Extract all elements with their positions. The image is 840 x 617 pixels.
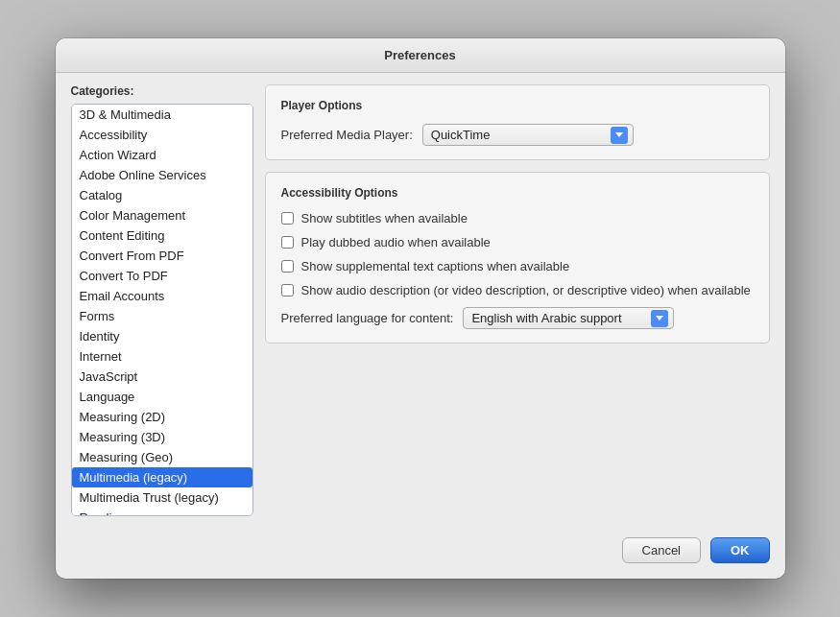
sidebar-item-multimedia-trust-legacy[interactable]: Multimedia Trust (legacy) — [72, 487, 252, 508]
ok-button[interactable]: OK — [710, 537, 770, 563]
sidebar-item-convert-from-pdf[interactable]: Convert From PDF — [72, 246, 252, 266]
checkbox-row-show-captions: Show supplemental text captions when ava… — [281, 259, 754, 273]
sidebar-item-measuring-2d[interactable]: Measuring (2D) — [72, 407, 252, 427]
sidebar-item-forms[interactable]: Forms — [72, 306, 252, 326]
accessibility-options-section: Accessibility Options Show subtitles whe… — [265, 172, 770, 344]
sidebar-item-measuring-geo[interactable]: Measuring (Geo) — [72, 447, 252, 467]
checkbox-show-audio-desc[interactable] — [281, 284, 294, 297]
checkbox-label-show-captions: Show supplemental text captions when ava… — [301, 259, 570, 273]
lang-select[interactable]: English with Arabic supportEnglishFrench… — [463, 307, 674, 329]
sidebar-item-catalog[interactable]: Catalog — [72, 185, 252, 205]
checkbox-label-show-audio-desc: Show audio description (or video descrip… — [301, 283, 751, 297]
media-player-select[interactable]: QuickTimeWindows Media PlayerDefault — [422, 124, 634, 146]
checkbox-show-captions[interactable] — [281, 260, 294, 273]
checkbox-play-dubbed[interactable] — [281, 236, 294, 249]
media-player-select-wrapper: QuickTimeWindows Media PlayerDefault — [422, 124, 634, 146]
sidebar-item-reading[interactable]: Reading — [72, 508, 252, 516]
preferred-lang-label: Preferred language for content: — [281, 311, 454, 325]
main-panel: Player Options Preferred Media Player: Q… — [265, 84, 770, 516]
player-options-title: Player Options — [281, 99, 754, 112]
checkbox-show-subtitles[interactable] — [281, 212, 294, 225]
sidebar-item-content-editing[interactable]: Content Editing — [72, 225, 252, 246]
sidebar-item-accessibility[interactable]: Accessibility — [72, 125, 252, 145]
sidebar-item-email-accounts[interactable]: Email Accounts — [72, 286, 252, 306]
preferred-media-player-label: Preferred Media Player: — [281, 128, 413, 142]
sidebar-item-color-management[interactable]: Color Management — [72, 205, 252, 225]
accessibility-options-title: Accessibility Options — [281, 186, 754, 200]
sidebar-item-javascript[interactable]: JavaScript — [72, 367, 252, 387]
sidebar-item-language[interactable]: Language — [72, 387, 252, 407]
dialog-body: Categories: 3D & MultimediaAccessibility… — [56, 73, 785, 528]
lang-select-wrapper: English with Arabic supportEnglishFrench… — [463, 307, 674, 329]
sidebar-item-adobe-online-services[interactable]: Adobe Online Services — [72, 165, 252, 185]
dialog-title: Preferences — [56, 38, 785, 73]
player-options-row: Preferred Media Player: QuickTimeWindows… — [281, 124, 754, 146]
checkbox-label-play-dubbed: Play dubbed audio when available — [301, 235, 491, 249]
checkbox-row-show-subtitles: Show subtitles when available — [281, 211, 754, 225]
dialog-footer: Cancel OK — [56, 528, 785, 579]
sidebar: Categories: 3D & MultimediaAccessibility… — [71, 84, 253, 516]
lang-row: Preferred language for content: English … — [281, 307, 754, 329]
checkbox-row-play-dubbed: Play dubbed audio when available — [281, 235, 754, 249]
sidebar-item-action-wizard[interactable]: Action Wizard — [72, 145, 252, 165]
sidebar-item-multimedia-legacy[interactable]: Multimedia (legacy) — [72, 467, 252, 487]
sidebar-item-identity[interactable]: Identity — [72, 326, 252, 346]
sidebar-item-convert-to-pdf[interactable]: Convert To PDF — [72, 266, 252, 286]
sidebar-item-internet[interactable]: Internet — [72, 346, 252, 367]
checkboxes-container: Show subtitles when availablePlay dubbed… — [281, 211, 754, 297]
categories-label: Categories: — [71, 84, 253, 98]
player-options-section: Player Options Preferred Media Player: Q… — [265, 84, 770, 160]
checkbox-label-show-subtitles: Show subtitles when available — [301, 211, 468, 225]
preferences-dialog: Preferences Categories: 3D & MultimediaA… — [56, 38, 785, 579]
category-list[interactable]: 3D & MultimediaAccessibilityAction Wizar… — [71, 104, 253, 516]
cancel-button[interactable]: Cancel — [622, 537, 701, 563]
sidebar-item-measuring-3d[interactable]: Measuring (3D) — [72, 427, 252, 447]
sidebar-item-3d-multimedia[interactable]: 3D & Multimedia — [72, 105, 252, 125]
checkbox-row-show-audio-desc: Show audio description (or video descrip… — [281, 283, 754, 297]
